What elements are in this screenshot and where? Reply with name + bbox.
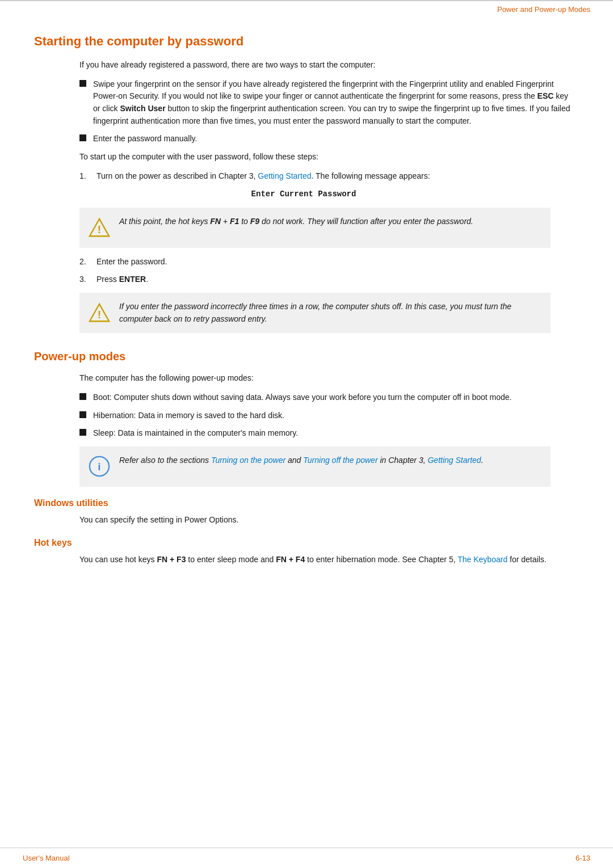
bullet-icon [79,411,86,418]
steps-list-2: 2. Enter the password. 3. Press ENTER. [79,256,573,286]
header-title: Power and Power-up Modes [497,5,590,14]
svg-text:!: ! [98,223,101,235]
info-box: i Refer also to the sections Turning on … [79,446,551,487]
list-item: Boot: Computer shuts down without saving… [79,391,573,404]
info-icon: i [89,456,110,479]
warning-box-1: ! At this point, the hot keys FN + F1 to… [79,208,551,248]
command-text: Enter Current Password [34,189,573,199]
section1-bullet-list: Swipe your fingerprint on the sensor if … [79,78,573,145]
warning-text-1: At this point, the hot keys FN + F1 to F… [119,216,541,228]
section2-intro: The computer has the following power-up … [79,372,573,385]
svg-text:i: i [98,461,100,473]
list-item: 1. Turn on the power as described in Cha… [79,170,573,183]
bullet-text: Sleep: Data is maintained in the compute… [93,427,573,440]
getting-started-link-2[interactable]: Getting Started [427,456,481,465]
section2-heading: Power-up modes [34,350,573,363]
list-item: Enter the password manually. [79,133,573,145]
list-item: Swipe your fingerprint on the sensor if … [79,78,573,128]
bullet-text: Swipe your fingerprint on the sensor if … [93,78,573,128]
svg-text:!: ! [98,308,101,320]
main-content: Starting the computer by password If you… [0,23,613,606]
footer-left: User's Manual [23,854,70,862]
keyboard-link[interactable]: The Keyboard [457,555,507,564]
section2-bullet-list: Boot: Computer shuts down without saving… [79,391,573,440]
warning-icon-2: ! [89,302,110,325]
hot-keys-heading: Hot keys [34,538,573,548]
turning-off-link[interactable]: Turning off the power [303,456,377,465]
warning-icon-1: ! [89,217,110,240]
bullet-icon [79,80,86,87]
steps-list: 1. Turn on the power as described in Cha… [79,170,573,183]
bullet-icon [79,134,86,141]
bullet-text: Boot: Computer shuts down without saving… [93,391,573,404]
page-header: Power and Power-up Modes [0,0,613,17]
list-item: Hibernation: Data in memory is saved to … [79,410,573,422]
bullet-text: Enter the password manually. [93,133,573,145]
info-text: Refer also to the sections Turning on th… [119,454,541,467]
list-item: 3. Press ENTER. [79,273,573,286]
warning-box-2: ! If you enter the password incorrectly … [79,293,551,333]
list-item: 2. Enter the password. [79,256,573,268]
footer-right: 6-13 [576,854,590,862]
getting-started-link[interactable]: Getting Started [258,171,311,180]
steps-intro: To start up the computer with the user p… [79,151,573,163]
page-footer: User's Manual 6-13 [0,848,613,868]
section1-heading: Starting the computer by password [34,34,573,49]
bullet-text: Hibernation: Data in memory is saved to … [93,410,573,422]
turning-on-link[interactable]: Turning on the power [211,456,285,465]
warning-text-2: If you enter the password incorrectly th… [119,301,541,325]
section1-intro: If you have already registered a passwor… [79,59,573,71]
bullet-icon [79,429,86,436]
list-item: Sleep: Data is maintained in the compute… [79,427,573,440]
page-container: Power and Power-up Modes Starting the co… [0,0,613,868]
windows-utilities-heading: Windows utilities [34,498,573,508]
windows-utilities-text: You can specify the setting in Power Opt… [79,514,573,526]
bullet-icon [79,393,86,400]
hot-keys-text: You can use hot keys FN + F3 to enter sl… [79,554,573,566]
